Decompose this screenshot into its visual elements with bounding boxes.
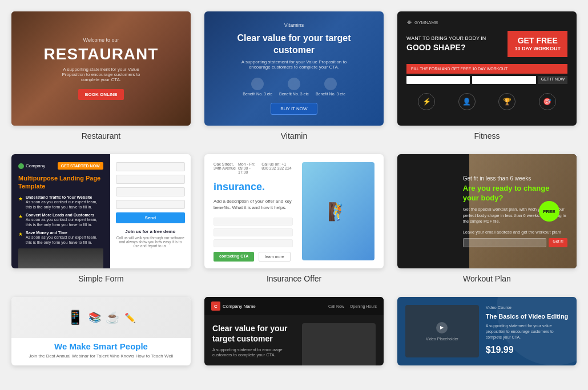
sp-headline: We Make Smart People — [29, 341, 174, 351]
template-grid: Welcome to our RESTAURANT A supporting s… — [11, 11, 577, 365]
vc-desc: A supporting statement for your value pr… — [486, 323, 569, 340]
restaurant-sub: Welcome to our — [83, 37, 119, 43]
fitness-submit-btn[interactable]: GET IT NOW — [538, 76, 567, 84]
fitness-name-input[interactable] — [406, 76, 470, 84]
thumb-restaurant: Welcome to our RESTAURANT A supporting s… — [11, 11, 191, 126]
fitness-icon-3: 🏆 — [498, 93, 515, 110]
dl-logo: C Company Name — [211, 301, 256, 311]
card-vitamin[interactable]: Vitamins Clear value for your target cus… — [204, 11, 384, 140]
card-dark-landing[interactable]: C Company Name Call Now Opening Hours Cl… — [204, 297, 384, 365]
card-workout[interactable]: Get fit in less than 6 weeks Are you rea… — [397, 154, 577, 283]
workout-free-badge: FREE — [539, 201, 559, 222]
insurance-image: 🧗 — [302, 162, 374, 260]
sf-send-button[interactable]: Send — [116, 212, 185, 223]
workout-email-input[interactable] — [463, 238, 547, 247]
thumb-vitamin: Vitamins Clear value for your target cus… — [204, 11, 384, 126]
thumb-simple-form: Company GET STARTED NOW Multipurpose Lan… — [11, 154, 191, 268]
sf-field-email[interactable] — [116, 175, 185, 184]
fitness-form: FILL THE FORM AND GET FREE 10 DAY WORKOU… — [406, 64, 567, 74]
sf-feature-1: ★ Understand Traffic to Your Website As … — [18, 195, 103, 210]
card-label-fitness: Fitness — [474, 131, 500, 140]
thumb-workout: Get fit in less than 6 weeks Are you rea… — [397, 154, 577, 268]
thumb-video-course: ▶ Video Placeholder Video Course The Bas… — [397, 297, 577, 365]
restaurant-title: RESTAURANT — [44, 45, 159, 63]
insurance-field-name[interactable] — [214, 218, 293, 226]
insurance-field-email[interactable] — [214, 228, 293, 236]
sf-field-name[interactable] — [116, 162, 185, 171]
fitness-icon-4: 🎯 — [539, 93, 556, 110]
card-label-vitamin: Vitamin — [281, 131, 307, 140]
insurance-field-help[interactable] — [214, 239, 293, 247]
vitamin-buy-btn[interactable]: BUY IT NOW — [271, 103, 317, 115]
fitness-icon-1: ⚡ — [418, 93, 435, 110]
thumb-dark-landing: C Company Name Call Now Opening Hours Cl… — [204, 297, 384, 365]
sp-bg-images: 📱 📚 ☕ ✏️ — [11, 297, 191, 338]
dl-discount: 20% — [212, 362, 295, 365]
workout-title: Get fit in less than 6 weeks — [463, 175, 567, 182]
vitamin-brand: Vitamins — [284, 22, 304, 28]
vc-play-btn[interactable]: ▶ — [436, 322, 448, 333]
dl-car-image — [302, 323, 376, 365]
restaurant-desc: A supporting statement for your Value Pr… — [55, 67, 147, 82]
vc-price: $19.99 — [486, 345, 569, 355]
insurance-desc: Add a description of your offer and key … — [214, 198, 293, 211]
vitamin-benefit-3: Benefit No. 3 etc — [316, 78, 345, 96]
sf-field-message[interactable] — [116, 200, 185, 209]
sp-sub: Join the Best Annual Webinar for Talent … — [29, 353, 174, 359]
sf-demo-section: Join us for a free demo Call us will wal… — [116, 229, 185, 248]
sf-cta-button[interactable]: GET STARTED NOW — [58, 162, 103, 170]
vc-headline: The Basics of Video Editing — [486, 312, 569, 320]
dl-headline: Clear value for your target customer — [212, 323, 295, 344]
insurance-learn-btn[interactable]: learn more — [259, 252, 290, 262]
sf-feature-2: ★ Convert More Leads and Customers As so… — [18, 213, 103, 227]
thumb-insurance: Oak Street, 34th Avenue Mon - Fri: 09:00… — [204, 154, 384, 268]
sf-person-image — [18, 248, 103, 268]
fitness-email-input[interactable] — [472, 76, 535, 84]
vitamin-headline: Clear value for your target customer — [231, 33, 357, 57]
insurance-cta-btn[interactable]: contacting CTA — [214, 252, 254, 262]
fitness-icon-2: 👤 — [458, 93, 476, 110]
fitness-headline-right: GET FREE 10 DAY WORKOUT — [508, 31, 567, 57]
workout-headline: Are you ready to change your body? — [463, 184, 567, 203]
dl-nav: Call Now Opening Hours — [328, 304, 377, 308]
vitamin-benefit-1: Benefit No. 3 etc — [243, 78, 272, 96]
fitness-headline-left: WANT TO BRING YOUR BODY IN GOOD SHAPE? — [406, 35, 486, 53]
sf-feature-3: ★ Save Money and Time As soon as you con… — [18, 231, 103, 245]
dl-desc: A supporting statement to encourage cust… — [212, 347, 295, 357]
insurance-nav: Oak Street, 34th Avenue Mon - Fri: 09:00… — [214, 162, 293, 174]
vitamin-desc: A supporting statement for your Value Pr… — [237, 59, 351, 70]
card-restaurant[interactable]: Welcome to our RESTAURANT A supporting s… — [11, 11, 191, 140]
svg-rect-1 — [408, 21, 410, 24]
sf-logo: Company — [18, 163, 45, 169]
workout-cta: Leave your email address and get the wor… — [463, 230, 567, 235]
insurance-headline: insurance. — [214, 181, 293, 194]
card-video-course[interactable]: ▶ Video Placeholder Video Course The Bas… — [397, 297, 577, 365]
card-smart-people[interactable]: 📱 📚 ☕ ✏️ We Make Smart People Join the B… — [11, 297, 191, 365]
card-insurance[interactable]: Oak Street, 34th Avenue Mon - Fri: 09:00… — [204, 154, 384, 283]
thumb-smart-people: 📱 📚 ☕ ✏️ We Make Smart People Join the B… — [11, 297, 191, 365]
fitness-brand: GYMNAME — [406, 19, 438, 25]
card-fitness[interactable]: GYMNAME WANT TO BRING YOUR BODY IN GOOD … — [397, 11, 577, 140]
card-simple-form[interactable]: Company GET STARTED NOW Multipurpose Lan… — [11, 154, 191, 283]
workout-submit-btn[interactable]: Get it! — [549, 238, 567, 247]
vc-video-placeholder: ▶ Video Placeholder — [405, 305, 479, 357]
sf-field-phone[interactable] — [116, 187, 185, 196]
card-label-workout: Workout Plan — [463, 274, 511, 283]
vc-brand: Video Course — [486, 305, 569, 310]
card-label-restaurant: Restaurant — [82, 131, 120, 140]
card-label-insurance: Insurance Offer — [267, 274, 321, 283]
thumb-fitness: GYMNAME WANT TO BRING YOUR BODY IN GOOD … — [397, 11, 577, 126]
vitamin-benefit-2: Benefit No. 3 etc — [279, 78, 309, 96]
card-label-simple-form: Simple Form — [78, 274, 123, 283]
sf-headline: Multipurpose Landing Page Template — [18, 174, 103, 191]
restaurant-book-btn[interactable]: BOOK ONLINE — [78, 89, 124, 100]
